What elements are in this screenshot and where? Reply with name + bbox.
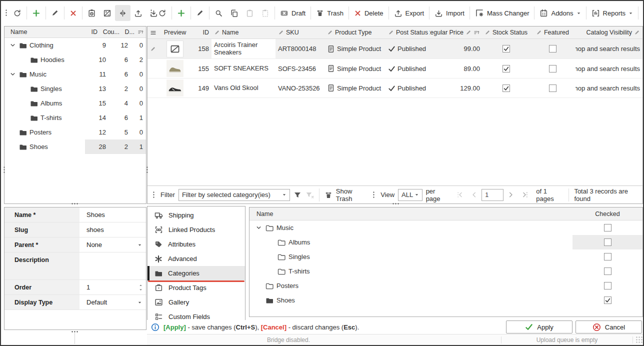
per-page-select[interactable]: ALL: [398, 189, 422, 201]
splitter-handle[interactable]: [146, 166, 148, 174]
checkbox-unchecked[interactable]: [549, 84, 556, 92]
tab-advanced[interactable]: Advanced: [148, 252, 245, 266]
grid-column-header[interactable]: Featured: [530, 26, 576, 38]
grid-column-header[interactable]: [148, 26, 156, 38]
featured-checkbox[interactable]: [530, 78, 576, 98]
category-tree-row[interactable]: Posters1250: [4, 125, 146, 140]
paste-special-button[interactable]: [258, 5, 273, 21]
checked-tree-row[interactable]: Posters: [250, 278, 642, 293]
grid-column-header[interactable]: Regular Price: [430, 26, 482, 38]
image-adjust-button[interactable]: [100, 5, 115, 21]
spinner-control[interactable]: [138, 284, 143, 291]
field-value[interactable]: Shoes: [80, 208, 146, 222]
search-button[interactable]: [211, 5, 226, 21]
featured-checkbox[interactable]: [530, 59, 576, 78]
column-header-count[interactable]: Cou...: [100, 28, 122, 36]
field-value[interactable]: [80, 252, 146, 280]
export-button[interactable]: Export: [390, 5, 428, 21]
grid-column-header[interactable]: Post Status: [386, 26, 430, 38]
checkbox-checked[interactable]: [502, 65, 510, 72]
field-value[interactable]: None: [80, 238, 146, 252]
checkbox-unchecked[interactable]: [604, 253, 612, 260]
chevron-down-icon[interactable]: [138, 298, 142, 306]
stock-status-checkbox[interactable]: [482, 39, 530, 58]
refresh-button[interactable]: [10, 5, 25, 21]
resize-grip[interactable]: [636, 336, 643, 344]
category-tree-row[interactable]: Music1160: [4, 67, 146, 82]
paste-button[interactable]: [242, 5, 258, 21]
stock-status-checkbox[interactable]: [482, 78, 530, 98]
edit-button[interactable]: [48, 5, 62, 21]
split-view-button[interactable]: [115, 5, 130, 21]
prev-page-button[interactable]: [470, 191, 478, 198]
checkbox-unchecked[interactable]: [604, 224, 612, 232]
tab-shipping[interactable]: Shipping: [148, 208, 245, 222]
column-header-name[interactable]: Name: [250, 210, 572, 218]
view-button[interactable]: View: [640, 5, 644, 21]
grid-column-header[interactable]: Stock Status: [482, 26, 530, 38]
import-button[interactable]: Import: [431, 5, 468, 21]
filter-category-select[interactable]: Filter by selected category(ies): [178, 189, 290, 201]
checkbox-unchecked[interactable]: [604, 268, 612, 275]
apply-button[interactable]: Apply: [506, 320, 572, 334]
checkbox-checked[interactable]: [502, 84, 510, 92]
category-tree-row[interactable]: T-shirts1461: [4, 110, 146, 125]
page-number-input[interactable]: [482, 189, 504, 201]
grid-column-header[interactable]: ID: [194, 26, 212, 38]
category-tree-row[interactable]: Hoodies1062: [4, 52, 146, 67]
column-header-checked[interactable]: Checked: [572, 208, 642, 220]
grid-column-header[interactable]: SKU: [276, 26, 324, 38]
checked-tree-row[interactable]: Albums: [250, 235, 642, 250]
splitter-handle[interactable]: [71, 202, 79, 205]
delete-button[interactable]: [66, 5, 80, 21]
checkbox-unchecked[interactable]: [604, 282, 612, 290]
checked-tree-row[interactable]: Singles: [250, 250, 642, 264]
product-name[interactable]: Vans Old Skool: [212, 78, 276, 98]
product-preview[interactable]: [156, 39, 194, 58]
tab-gallery[interactable]: Gallery: [148, 295, 245, 310]
edit-button[interactable]: [192, 5, 208, 21]
draft-button[interactable]: Draft: [276, 5, 309, 21]
grid-column-header[interactable]: Catalog Visibility: [576, 26, 642, 38]
checkbox-checked[interactable]: [604, 296, 612, 304]
product-preview[interactable]: [156, 78, 194, 98]
splitter-handle[interactable]: [3, 166, 6, 174]
product-row[interactable]: 155SOFT SNEAKERSSOFS-23456Simple Product…: [148, 59, 642, 78]
checkbox-unchecked[interactable]: [549, 65, 556, 72]
grid-column-header[interactable]: Name: [212, 26, 276, 38]
first-page-button[interactable]: [456, 191, 464, 198]
column-header-depth[interactable]: D...: [122, 28, 138, 36]
next-page-button[interactable]: [507, 191, 514, 198]
product-name[interactable]: Arcoiris Trainer Sneakers: [212, 39, 276, 58]
add-button[interactable]: [28, 5, 44, 21]
upload-button[interactable]: [130, 5, 146, 21]
product-row[interactable]: 158Arcoiris Trainer SneakersART8000148Si…: [148, 39, 642, 59]
column-header-name[interactable]: Name: [4, 28, 82, 36]
spin-up-icon[interactable]: [138, 284, 143, 286]
add-button[interactable]: [174, 5, 189, 21]
featured-checkbox[interactable]: [530, 39, 576, 58]
splitter-handle[interactable]: [392, 202, 400, 205]
tab-linked-products[interactable]: Linked Products: [148, 222, 245, 237]
category-tree-row[interactable]: Singles1320: [4, 82, 146, 96]
spin-down-icon[interactable]: [138, 288, 143, 291]
refresh-button[interactable]: [154, 5, 170, 21]
column-header-id[interactable]: ID: [82, 28, 100, 36]
last-page-button[interactable]: [521, 191, 528, 198]
checkbox-unchecked[interactable]: [549, 45, 556, 52]
addons-button[interactable]: Addons: [536, 5, 584, 21]
product-preview[interactable]: [156, 59, 194, 78]
checked-tree-row[interactable]: Shoes: [250, 293, 642, 308]
preview-button[interactable]: [84, 5, 100, 21]
mass-changer-button[interactable]: Mass Changer: [472, 5, 533, 21]
field-value[interactable]: shoes: [80, 222, 146, 237]
filter-bar-grip[interactable]: [152, 191, 155, 199]
chevron-down-icon[interactable]: [138, 241, 142, 248]
reports-button[interactable]: Reports: [588, 5, 637, 21]
clear-filter-icon[interactable]: [305, 191, 314, 199]
stock-status-checkbox[interactable]: [482, 59, 530, 78]
trash-button[interactable]: Trash: [312, 5, 347, 21]
field-value[interactable]: 1: [80, 280, 146, 294]
delete-button[interactable]: Delete: [350, 5, 387, 21]
toolbar-grip[interactable]: [150, 9, 152, 17]
